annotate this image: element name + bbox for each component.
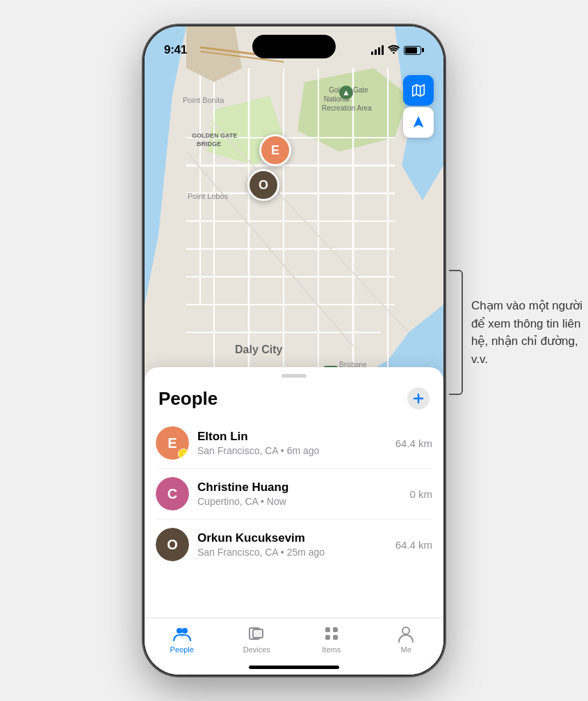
person-item-elton[interactable]: E ⭐ Elton Lin San Francisco, CA • 6m ago… [156,418,432,469]
person-name-elton: Elton Lin [197,430,395,444]
people-tab-icon [172,624,192,643]
avatar-circle-christine: C [156,477,189,510]
battery-icon [404,46,424,55]
map-pin-orkun[interactable]: O [247,169,279,201]
svg-text:GOLDEN GATE: GOLDEN GATE [192,132,237,139]
map-view-button[interactable] [403,75,434,106]
sheet-handle [281,374,307,378]
svg-point-53 [402,627,409,634]
person-info-elton: Elton Lin San Francisco, CA • 6m ago [197,430,395,456]
svg-text:Point Lobos: Point Lobos [188,192,229,200]
svg-rect-51 [325,635,330,640]
sheet-title: People [158,388,218,410]
svg-rect-52 [333,635,338,640]
bottom-sheet: People E ⭐ Elton Lin [145,367,443,618]
person-name-orkun: Orkun Kucuksevim [197,531,395,545]
tab-me-label: Me [401,645,411,654]
person-info-christine: Christine Huang Cupertino, CA • Now [197,481,409,507]
person-name-christine: Christine Huang [197,481,409,494]
phone-frame: 9:41 [145,26,443,675]
person-item-christine[interactable]: C Christine Huang Cupertino, CA • Now 0 … [156,469,432,519]
items-tab-icon [322,624,341,643]
tab-people[interactable]: People [158,624,206,654]
svg-text:Point Bonita: Point Bonita [183,96,224,104]
star-badge-elton: ⭐ [178,449,189,460]
svg-text:Daly City: Daly City [235,344,283,355]
svg-point-0 [393,52,395,54]
svg-text:▲: ▲ [342,88,350,97]
signal-bars-icon [371,45,384,55]
status-time: 9:41 [164,43,187,57]
annotation-bracket [449,270,463,395]
avatar-christine: C [156,477,189,510]
home-indicator [249,666,339,669]
person-item-orkun[interactable]: O Orkun Kucuksevim San Francisco, CA • 2… [156,519,432,570]
svg-text:Recreation Area: Recreation Area [322,104,372,112]
dynamic-island [252,35,336,58]
svg-rect-47 [253,629,263,638]
person-location-orkun: San Francisco, CA • 25m ago [197,547,395,558]
svg-text:BRIDGE: BRIDGE [197,140,221,147]
svg-point-43 [177,628,182,634]
tab-items[interactable]: Items [307,624,356,654]
tab-devices-label: Devices [243,645,270,654]
annotation: Chạm vào một người để xem thông tin liên… [449,270,588,395]
tab-items-label: Items [322,645,341,654]
tab-people-label: People [170,645,194,654]
add-person-button[interactable] [407,387,430,410]
svg-rect-50 [333,627,338,632]
person-location-elton: San Francisco, CA • 6m ago [197,445,395,456]
avatar-orkun: O [156,528,189,561]
avatar-circle-orkun: O [156,528,189,561]
tab-me[interactable]: Me [382,624,430,654]
status-icons [371,44,424,56]
svg-rect-49 [325,627,330,632]
annotation-text: Chạm vào một người để xem thông tin liên… [471,297,588,368]
person-distance-christine: 0 km [409,488,432,500]
wifi-icon [388,44,400,56]
person-info-orkun: Orkun Kucuksevim San Francisco, CA • 25m… [197,531,395,558]
me-tab-icon [396,624,416,643]
devices-tab-icon [247,624,266,643]
people-list: E ⭐ Elton Lin San Francisco, CA • 6m ago… [145,418,443,570]
map-controls [403,75,434,138]
location-button[interactable] [403,107,434,138]
sheet-header: People [145,387,443,418]
svg-point-44 [182,628,188,634]
map-pin-elton[interactable]: E [259,134,291,166]
person-distance-elton: 64.4 km [395,437,432,449]
person-location-christine: Cupertino, CA • Now [197,496,409,507]
avatar-elton: E ⭐ [156,426,189,460]
tab-devices[interactable]: Devices [232,624,281,654]
person-distance-orkun: 64.4 km [395,539,432,551]
